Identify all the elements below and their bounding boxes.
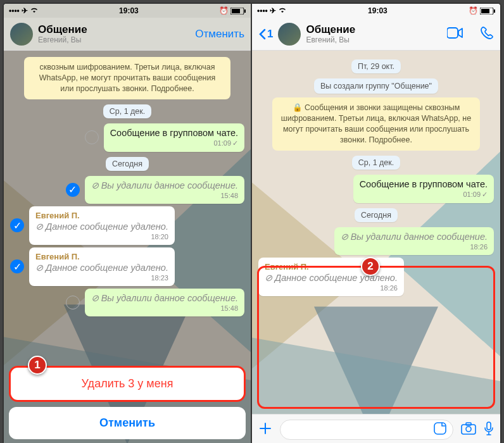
wifi-icon	[30, 6, 39, 15]
block-icon: ⊘	[341, 232, 348, 242]
block-icon: ⊘	[91, 293, 99, 303]
video-call-icon[interactable]	[447, 27, 463, 41]
action-sheet: Удалить 3 у меня Отменить	[9, 361, 246, 439]
chevron-left-icon	[258, 28, 266, 40]
select-checkbox-checked[interactable]: ✓	[10, 218, 24, 232]
status-bar: •••• ✈ 19:03 ⏰	[4, 4, 251, 18]
chat-subtitle: Евгений, Вы	[306, 35, 355, 44]
date-chip: Ср, 1 дек.	[103, 104, 152, 118]
date-chip: Ср, 1 дек.	[352, 156, 401, 170]
voice-call-icon[interactable]	[480, 26, 494, 42]
sticker-icon[interactable]	[434, 422, 446, 437]
highlight-box	[257, 266, 495, 409]
battery-icon	[230, 8, 246, 15]
cancel-button[interactable]: Отменить	[195, 28, 244, 41]
svg-rect-9	[481, 9, 489, 13]
status-bar: •••• ✈ 19:03 ⏰	[252, 4, 500, 18]
message-out[interactable]: Сообщение в групповом чате. 01:09✓	[104, 123, 244, 152]
phone-right: •••• ✈ 19:03 ⏰ 1 Общение Евгений, Вы Пт,…	[252, 4, 500, 443]
step-badge-1: 1	[28, 356, 47, 375]
check-icon: ✓	[232, 139, 238, 147]
block-icon: ⊘	[35, 222, 43, 232]
signal-icon: ••••	[9, 6, 20, 15]
step-badge-2: 2	[361, 257, 380, 276]
avatar[interactable]	[10, 23, 33, 46]
status-time: 19:03	[119, 6, 139, 15]
airplane-icon: ✈	[22, 6, 28, 15]
message-deleted-out[interactable]: ⊘Вы удалили данное сообщение. 18:26	[334, 227, 494, 255]
svg-rect-10	[494, 9, 495, 13]
date-chip: Сегодня	[106, 157, 149, 171]
message-in[interactable]: Евгений П. ⊘Данное сообщение удалено. 18…	[29, 206, 175, 245]
select-checkbox[interactable]	[85, 130, 99, 144]
check-icon: ✓	[482, 190, 488, 198]
avatar[interactable]	[278, 23, 301, 46]
chat-header: Общение Евгений, Вы Отменить	[4, 18, 251, 51]
svg-rect-20	[466, 423, 471, 425]
date-chip: Сегодня	[355, 208, 398, 222]
message-input[interactable]	[280, 420, 453, 440]
svg-rect-1	[232, 9, 240, 13]
status-time: 19:03	[368, 6, 387, 15]
svg-point-19	[466, 427, 471, 432]
select-checkbox-checked[interactable]: ✓	[66, 183, 80, 197]
encryption-notice[interactable]: сквозным шифрованием. Третьи лица, включ…	[24, 57, 230, 99]
alarm-icon: ⏰	[219, 6, 229, 15]
microphone-icon[interactable]	[484, 421, 494, 438]
chat-title[interactable]: Общение	[306, 24, 355, 35]
svg-rect-2	[244, 9, 246, 13]
alarm-icon: ⏰	[469, 6, 478, 15]
signal-icon: ••••	[257, 6, 268, 15]
message-deleted-out[interactable]: ⊘Вы удалили данное сообщение. 15:48	[85, 176, 244, 204]
message-in[interactable]: Евгений П. ⊘Данное сообщение удалено. 18…	[29, 247, 175, 286]
svg-rect-17	[434, 423, 446, 434]
back-button[interactable]: 1	[258, 28, 273, 41]
date-chip: Пт, 29 окт.	[351, 59, 401, 73]
block-icon: ⊘	[91, 180, 99, 190]
select-checkbox-checked[interactable]: ✓	[10, 259, 24, 273]
message-out[interactable]: Сообщение в групповом чате. 01:09✓	[353, 175, 494, 203]
message-deleted-out[interactable]: ⊘Вы удалили данное сообщение. 15:48	[85, 289, 244, 316]
battery-icon	[480, 8, 495, 15]
wifi-icon	[278, 6, 287, 15]
sheet-cancel-button[interactable]: Отменить	[9, 407, 246, 439]
block-icon: ⊘	[35, 263, 43, 273]
svg-rect-21	[487, 422, 491, 430]
encryption-notice[interactable]: 🔒 Сообщения и звонки защищены сквозным ш…	[272, 97, 479, 151]
system-message: Вы создали группу "Общение"	[314, 78, 438, 94]
camera-icon[interactable]	[461, 422, 476, 437]
plus-icon[interactable]	[258, 421, 272, 438]
chat-title[interactable]: Общение	[38, 24, 87, 35]
chat-header: 1 Общение Евгений, Вы	[252, 18, 500, 51]
lock-icon: 🔒	[293, 103, 303, 112]
chat-subtitle: Евгений, Вы	[38, 35, 87, 44]
input-bar	[252, 414, 500, 443]
phone-left: •••• ✈ 19:03 ⏰ Общение Евгений, Вы Отмен…	[4, 4, 252, 443]
airplane-icon: ✈	[270, 6, 276, 15]
select-checkbox[interactable]	[66, 296, 80, 309]
svg-rect-11	[447, 28, 458, 38]
